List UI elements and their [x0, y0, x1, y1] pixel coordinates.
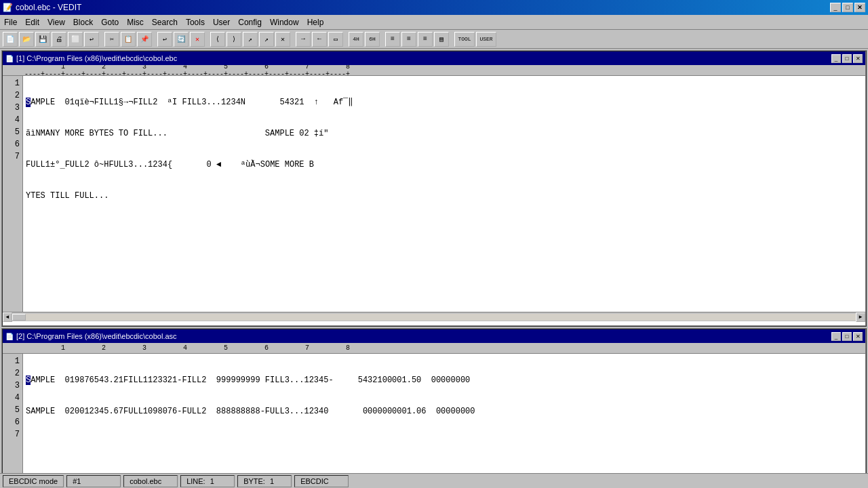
tb-block-move[interactable]: ↗	[259, 32, 274, 47]
menu-search[interactable]: Search	[148, 16, 182, 28]
editor-pane-1: 📄 [1] C:\Program Files (x86)\vedit\ebcdi…	[1, 50, 867, 327]
close-button[interactable]: ✕	[854, 3, 865, 12]
tb-user[interactable]: USER	[476, 32, 496, 47]
pane2-icon: 📄	[5, 333, 14, 340]
text-line	[26, 221, 863, 233]
menu-goto[interactable]: Goto	[97, 16, 123, 28]
menu-config[interactable]: Config	[234, 16, 266, 28]
status-file: cobol.ebc	[123, 475, 178, 487]
tb-block-end[interactable]: ⟩	[226, 32, 241, 47]
menu-file[interactable]: File	[0, 16, 21, 28]
line-val: 1	[210, 477, 214, 485]
tb-redo[interactable]: 🔄	[174, 32, 189, 47]
text-line: SAMPLE 019876543.21FILL1123321-FILL2 999…	[26, 374, 863, 386]
main-area: 📄 [1] C:\Program Files (x86)\vedit\ebcdi…	[0, 49, 868, 473]
tb-del[interactable]: ✕	[190, 32, 205, 47]
tb-copy[interactable]: 📋	[121, 32, 136, 47]
tb-open[interactable]: 📂	[19, 32, 34, 47]
title-bar-left: 📝 cobol.ebc - VEDIT	[3, 3, 81, 12]
tb-indent[interactable]: →	[296, 32, 311, 47]
tb-save[interactable]: 💾	[35, 32, 50, 47]
pane1-titlebar: 📄 [1] C:\Program Files (x86)\vedit\ebcdi…	[3, 52, 865, 65]
menu-edit[interactable]: Edit	[21, 16, 43, 28]
pane2-editor: 1 2 3 4 5 6 7 8 1 2 3 4 5 6 7	[3, 343, 865, 488]
status-mode: EBCDIC mode	[3, 475, 64, 487]
pane1-hscroll[interactable]: ◄ ►	[3, 312, 865, 321]
pane1-text[interactable]: SAMPLE 01qïè¬FILL1§→¬FILL2 ªI FILL3...12…	[23, 76, 865, 312]
menu-view[interactable]: View	[43, 16, 69, 28]
text-line: SAMPLE 01qïè¬FILL1§→¬FILL2 ªI FILL3...12…	[26, 96, 863, 108]
pane1-scroll-track[interactable]	[12, 314, 856, 321]
window-title: cobol.ebc - VEDIT	[16, 3, 81, 12]
title-bar: 📝 cobol.ebc - VEDIT _ □ ✕	[0, 0, 868, 15]
pane2-content[interactable]: 1 2 3 4 5 6 7 SAMPLE 019876543.21FILL112…	[3, 354, 865, 488]
pane1-maximize[interactable]: □	[842, 54, 852, 63]
tb-fill[interactable]: ▭	[328, 32, 343, 47]
pane1-minimize[interactable]: _	[831, 54, 841, 63]
pane1-scroll-thumb[interactable]	[12, 314, 26, 321]
menu-user[interactable]: User	[209, 16, 234, 28]
pane2-titlebar: 📄 [2] C:\Program Files (x86)\vedit\ebcdi…	[3, 329, 865, 343]
tb-col[interactable]: ▤	[434, 32, 449, 47]
pane2-text[interactable]: SAMPLE 019876543.21FILL1123321-FILL2 999…	[23, 354, 865, 488]
tb-block-begin[interactable]: ⟨	[210, 32, 225, 47]
status-hash: #1	[66, 475, 121, 487]
tb-print[interactable]: 🖨	[52, 32, 66, 47]
pane2-close[interactable]: ✕	[853, 332, 863, 341]
tb-left-align[interactable]: ≡	[385, 32, 400, 47]
tb-fullscreen[interactable]: ⬜	[68, 32, 83, 47]
menu-block[interactable]: Block	[69, 16, 97, 28]
menu-bar: File Edit View Block Goto Misc Search To…	[0, 15, 868, 30]
editor-pane-2: 📄 [2] C:\Program Files (x86)\vedit\ebcdi…	[1, 328, 867, 488]
pane1-editor: 1 2 3 4 5 6 7 8 ----+----+----+----+----…	[3, 65, 865, 325]
tb-6h[interactable]: 6H	[365, 32, 380, 47]
toolbar: 📄 📂 💾 🖨 ⬜ ↩ ✂ 📋 📌 ↩ 🔄 ✕ ⟨ ⟩ ↗ ↗ ✕ → ← ▭ …	[0, 30, 868, 49]
pane1-close[interactable]: ✕	[853, 54, 863, 63]
cursor2: S	[26, 375, 31, 385]
text-line	[26, 436, 863, 449]
pane2-maximize[interactable]: □	[842, 332, 852, 341]
app-icon: 📝	[3, 3, 13, 12]
tb-right-align[interactable]: ≡	[418, 32, 433, 47]
byte-val: 1	[270, 477, 274, 485]
status-byte: BYTE: 1	[237, 475, 292, 487]
pane2-minimize[interactable]: _	[831, 332, 841, 341]
menu-misc[interactable]: Misc	[123, 16, 148, 28]
tb-4h[interactable]: 4H	[349, 32, 363, 47]
pane1-icon: 📄	[5, 55, 14, 62]
pane2-line-numbers: 1 2 3 4 5 6 7	[3, 354, 23, 488]
text-line: ãìNMANY MORE BYTES TO FILL... SAMPLE 02 …	[26, 127, 863, 140]
text-line	[26, 283, 863, 296]
tb-block-copy[interactable]: ↗	[243, 32, 258, 47]
text-line	[26, 252, 863, 264]
status-line: LINE: 1	[180, 475, 235, 487]
tb-center-align[interactable]: ≡	[401, 32, 416, 47]
tb-outdent[interactable]: ←	[312, 32, 327, 47]
tb-cut[interactable]: ✂	[104, 32, 119, 47]
status-bar: EBCDIC mode #1 cobol.ebc LINE: 1 BYTE: 1…	[0, 473, 868, 488]
text-line: YTES TILL FULL...	[26, 190, 863, 202]
pane1-scroll-right[interactable]: ►	[856, 312, 865, 322]
pane1-line-numbers: 1 2 3 4 5 6 7	[3, 76, 23, 312]
maximize-button[interactable]: □	[842, 3, 853, 12]
menu-help[interactable]: Help	[303, 16, 328, 28]
pane1-content[interactable]: 1 2 3 4 5 6 7 SAMPLE 01qïè¬FILL1§→¬FILL2…	[3, 76, 865, 312]
pane2-ruler: 1 2 3 4 5 6 7 8	[3, 343, 865, 354]
tb-new[interactable]: 📄	[3, 32, 18, 47]
menu-window[interactable]: Window	[266, 16, 303, 28]
text-line: FULL1±°̲FULL2 ô~HFULL3...1234{ 0 ◄ ªù̀Ä¬…	[26, 159, 863, 171]
tb-undo[interactable]: ↩	[157, 32, 172, 47]
pane1-title: [1] C:\Program Files (x86)\vedit\ebcdic\…	[16, 54, 177, 62]
minimize-button[interactable]: _	[830, 3, 841, 12]
cursor: S	[26, 98, 31, 107]
pane2-title: [2] C:\Program Files (x86)\vedit\ebcdic\…	[16, 332, 177, 340]
tb-tool[interactable]: TOOL	[454, 32, 475, 47]
title-controls[interactable]: _ □ ✕	[830, 3, 865, 12]
menu-tools[interactable]: Tools	[182, 16, 209, 28]
pane1-scroll-left[interactable]: ◄	[3, 312, 12, 322]
tb-restore[interactable]: ↩	[84, 32, 99, 47]
pane1-ruler: 1 2 3 4 5 6 7 8 ----+----+----+----+----…	[3, 65, 865, 76]
text-line: SAMPLE 020012345.67FULL1098076-FULL2 888…	[26, 405, 863, 418]
tb-paste[interactable]: 📌	[137, 32, 152, 47]
tb-block-del[interactable]: ✕	[275, 32, 290, 47]
